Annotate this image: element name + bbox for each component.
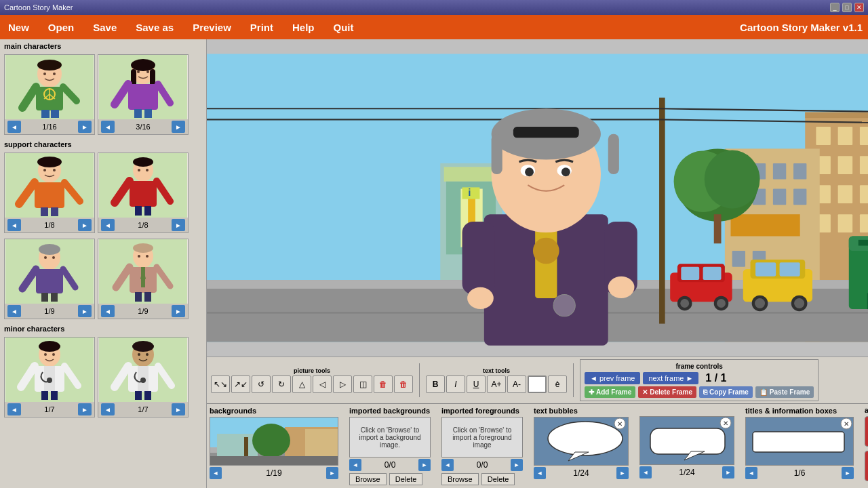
add-frame-button[interactable]: ✚ Add Frame: [585, 386, 635, 398]
titles-nav: ◄ 1/6 ►: [745, 467, 854, 479]
tool-move-front[interactable]: ▷: [333, 375, 352, 393]
tool-font-decrease[interactable]: A-: [507, 375, 526, 393]
imported-fg-browse[interactable]: Browse: [441, 473, 479, 485]
titles-title: titles & information boxes: [745, 407, 837, 415]
tool-layer[interactable]: ◫: [353, 375, 372, 393]
titles-preview[interactable]: ✕: [745, 417, 854, 466]
support-char-prev-3[interactable]: ◄: [7, 305, 21, 317]
main-char-nav-1: ◄ 1/16 ►: [5, 119, 94, 134]
next-frame-button[interactable]: next frame ►: [643, 372, 698, 384]
tool-scale-down[interactable]: ↗↙: [231, 375, 250, 393]
main-char-next-2[interactable]: ►: [172, 121, 185, 133]
tool-clear[interactable]: 🗑: [394, 375, 413, 393]
menu-help[interactable]: Help: [290, 20, 317, 35]
support-char-next-1[interactable]: ►: [78, 219, 92, 231]
support-char-next-4[interactable]: ►: [172, 305, 185, 317]
minor-char-counter-2: 1/7: [138, 405, 148, 413]
tool-flip-v[interactable]: △: [292, 375, 311, 393]
char-svg-1: [9, 57, 90, 118]
text-bubble-prev[interactable]: ◄: [534, 467, 546, 479]
tool-delete-char[interactable]: 🗑: [374, 375, 393, 393]
tool-font-increase[interactable]: A+: [487, 375, 506, 393]
tool-special-char[interactable]: è: [548, 375, 567, 393]
paste-frame-button[interactable]: 📋 Paste Frame: [755, 386, 814, 398]
support-char-next-3[interactable]: ►: [78, 305, 92, 317]
svg-point-66: [47, 378, 52, 383]
imported-foregrounds-title: imported foregrounds: [441, 407, 519, 415]
main-char-prev-2[interactable]: ◄: [101, 121, 115, 133]
copy-frame-button[interactable]: ⎘ Copy Frame: [699, 386, 753, 398]
imported-bg-prev[interactable]: ◄: [349, 459, 361, 471]
tool-move-back[interactable]: ◁: [313, 375, 332, 393]
picture-tools-group: picture tools ↖↘ ↗↙ ↺ ↻ △ ◁ ▷ ◫ 🗑 🗑: [211, 367, 413, 393]
svg-point-175: [533, 238, 559, 264]
imported-fg-delete[interactable]: Delete: [481, 473, 515, 485]
imported-bg-browse[interactable]: Browse: [349, 473, 387, 485]
text-bubble-next[interactable]: ►: [616, 467, 629, 479]
menu-new[interactable]: New: [5, 20, 32, 35]
menu-preview[interactable]: Preview: [190, 20, 234, 35]
text-bubble-next2[interactable]: ►: [722, 466, 734, 479]
menu-print[interactable]: Print: [248, 20, 276, 35]
canvas-area[interactable]: i: [207, 39, 868, 357]
minor-char-next-2[interactable]: ►: [172, 403, 185, 415]
imported-bg-next[interactable]: ►: [418, 459, 431, 471]
imported-bg-delete[interactable]: Delete: [389, 473, 423, 485]
tool-rotate-right[interactable]: ↻: [272, 375, 291, 393]
menu-quit[interactable]: Quit: [331, 20, 357, 35]
minor-char-next-1[interactable]: ►: [78, 403, 92, 415]
title-bar: Cartoon Story Maker _ □ ✕: [0, 0, 868, 15]
scene-svg: i: [207, 39, 868, 357]
titles-prev[interactable]: ◄: [745, 467, 757, 479]
svg-point-63: [39, 341, 60, 352]
svg-rect-5: [51, 110, 59, 118]
svg-line-3: [63, 87, 77, 101]
menu-save-as[interactable]: Save as: [133, 20, 176, 35]
support-char-next-2[interactable]: ►: [172, 219, 185, 231]
minimize-button[interactable]: _: [830, 3, 840, 12]
support-char-image-4: [99, 239, 187, 304]
menu-open[interactable]: Open: [45, 20, 77, 35]
tool-italic[interactable]: I: [446, 375, 465, 393]
audio-speaker-button[interactable]: 🔊: [865, 416, 868, 447]
main-char-next-1[interactable]: ►: [78, 121, 92, 133]
prev-frame-button[interactable]: ◄ prev frame: [585, 372, 640, 384]
paste-frame-label: Paste Frame: [770, 388, 810, 396]
maximize-button[interactable]: □: [842, 3, 852, 12]
tool-scale-up[interactable]: ↖↘: [211, 375, 230, 393]
backgrounds-preview[interactable]: [210, 417, 338, 466]
support-char-counter-2: 1/8: [138, 221, 148, 229]
backgrounds-next[interactable]: ►: [326, 467, 338, 479]
text-bubbles-preview[interactable]: ✕: [534, 417, 629, 466]
imported-fg-prev[interactable]: ◄: [441, 459, 454, 471]
svg-rect-118: [714, 214, 722, 243]
tool-underline[interactable]: U: [467, 375, 486, 393]
tool-color-swatch[interactable]: [528, 375, 547, 393]
imported-fg-counter: 0/0: [477, 460, 488, 470]
titles-next[interactable]: ►: [842, 467, 854, 479]
main-char-prev-1[interactable]: ◄: [7, 121, 21, 133]
menu-save[interactable]: Save: [90, 20, 119, 35]
svg-rect-106: [773, 163, 786, 180]
minor-char-prev-2[interactable]: ◄: [101, 403, 115, 415]
close-button[interactable]: ✕: [854, 3, 864, 12]
svg-line-36: [115, 181, 130, 203]
backgrounds-prev[interactable]: ◄: [210, 467, 222, 479]
text-bubbles-preview2[interactable]: ✕: [639, 416, 734, 465]
support-char-prev-1[interactable]: ◄: [7, 219, 21, 231]
tool-rotate-left[interactable]: ↺: [252, 375, 271, 393]
tool-bold[interactable]: B: [426, 375, 445, 393]
svg-rect-48: [51, 293, 58, 302]
svg-line-67: [21, 366, 35, 387]
audio-search-button[interactable]: 🔍: [865, 451, 868, 481]
imported-fg-next[interactable]: ►: [511, 459, 523, 471]
next-frame-label: next frame: [648, 374, 684, 382]
text-tools-group: text tools B I U A+ A- è: [426, 367, 567, 393]
support-char-prev-2[interactable]: ◄: [101, 219, 115, 231]
delete-frame-button[interactable]: ✕ Delete Frame: [638, 386, 696, 398]
svg-rect-168: [492, 134, 502, 174]
text-bubble-prev2[interactable]: ◄: [639, 466, 652, 479]
support-char-prev-4[interactable]: ◄: [101, 305, 115, 317]
support-char-counter-4: 1/9: [138, 307, 148, 315]
minor-char-prev-1[interactable]: ◄: [7, 403, 21, 415]
